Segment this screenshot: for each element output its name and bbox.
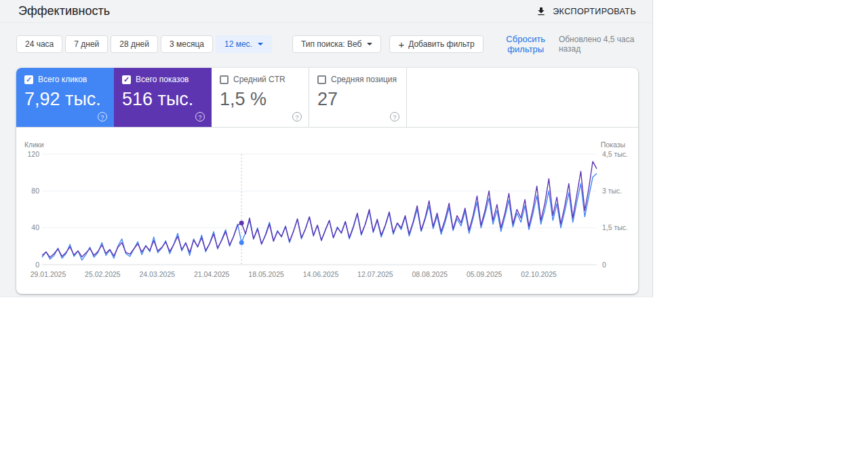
metric-label: Всего кликов bbox=[38, 75, 87, 84]
metric-value: 7,92 тыс. bbox=[24, 89, 106, 110]
add-filter-button[interactable]: + Добавить фильтр bbox=[389, 35, 483, 53]
svg-text:21.04.2025: 21.04.2025 bbox=[194, 270, 230, 278]
metric-label: Средняя позиция bbox=[331, 75, 397, 84]
svg-text:0: 0 bbox=[602, 261, 606, 269]
svg-text:80: 80 bbox=[31, 187, 39, 195]
svg-text:08.08.2025: 08.08.2025 bbox=[412, 270, 448, 278]
svg-text:1,5 тыс.: 1,5 тыс. bbox=[602, 223, 628, 231]
metric-tiles: ✓ Всего кликов 7,92 тыс. ? ✓ Всего показ… bbox=[16, 68, 638, 128]
svg-text:120: 120 bbox=[27, 150, 39, 158]
metric-tile-average-ctr[interactable]: ✓ Средний CTR 1,5 % ? bbox=[212, 68, 309, 127]
date-range-28d[interactable]: 28 дней bbox=[111, 35, 158, 53]
export-label: ЭКСПОРТИРОВАТЬ bbox=[553, 7, 636, 16]
chevron-down-icon bbox=[367, 43, 372, 45]
metric-tile-average-position[interactable]: ✓ Средняя позиция 27 ? bbox=[309, 68, 407, 127]
performance-chart[interactable]: 00401,5 тыс.803 тыс.1204,5 тыс.КликиПока… bbox=[22, 139, 633, 290]
help-icon[interactable]: ? bbox=[195, 112, 205, 121]
metric-value: 27 bbox=[317, 89, 398, 110]
svg-text:Показы: Показы bbox=[601, 140, 625, 149]
metric-tile-total-impressions[interactable]: ✓ Всего показов 516 тыс. ? bbox=[114, 68, 212, 127]
svg-text:4,5 тыс.: 4,5 тыс. bbox=[602, 150, 628, 158]
metric-value: 1,5 % bbox=[220, 89, 300, 110]
page-header: Эффективность ЭКСПОРТИРОВАТЬ bbox=[0, 0, 652, 23]
last-updated-text: Обновлено 4,5 часа назад bbox=[559, 35, 636, 54]
reset-filters-link[interactable]: Сбросить фильтры bbox=[496, 34, 556, 54]
svg-text:02.10.2025: 02.10.2025 bbox=[521, 270, 557, 278]
svg-text:24.03.2025: 24.03.2025 bbox=[140, 270, 176, 278]
chevron-down-icon bbox=[258, 43, 263, 45]
date-range-24h[interactable]: 24 часа bbox=[16, 35, 62, 53]
metric-value: 516 тыс. bbox=[122, 89, 203, 110]
svg-text:0: 0 bbox=[35, 261, 39, 269]
date-range-3m[interactable]: 3 месяца bbox=[161, 35, 213, 53]
svg-text:05.09.2025: 05.09.2025 bbox=[467, 270, 502, 278]
search-type-filter[interactable]: Тип поиска: Веб bbox=[292, 35, 381, 53]
search-console-performance-page: Эффективность ЭКСПОРТИРОВАТЬ 24 часа 7 д… bbox=[0, 0, 653, 297]
svg-text:14.06.2025: 14.06.2025 bbox=[303, 270, 339, 278]
date-range-7d[interactable]: 7 дней bbox=[65, 35, 108, 53]
metric-label: Всего показов bbox=[136, 75, 189, 84]
metric-tile-total-clicks[interactable]: ✓ Всего кликов 7,92 тыс. ? bbox=[16, 68, 114, 127]
help-icon[interactable]: ? bbox=[292, 112, 302, 121]
plus-icon: + bbox=[398, 39, 404, 50]
help-icon[interactable]: ? bbox=[98, 112, 107, 121]
svg-text:Клики: Клики bbox=[24, 140, 44, 149]
checkbox-icon[interactable]: ✓ bbox=[220, 75, 229, 84]
svg-text:29.01.2025: 29.01.2025 bbox=[31, 270, 66, 278]
filter-bar: 24 часа 7 дней 28 дней 3 месяца 12 мес. … bbox=[16, 34, 636, 54]
performance-card: ✓ Всего кликов 7,92 тыс. ? ✓ Всего показ… bbox=[16, 68, 638, 294]
download-icon bbox=[536, 6, 547, 17]
svg-text:40: 40 bbox=[31, 223, 39, 231]
metric-label: Средний CTR bbox=[233, 75, 285, 84]
svg-text:3 тыс.: 3 тыс. bbox=[602, 187, 622, 195]
checkbox-icon[interactable]: ✓ bbox=[122, 75, 131, 84]
help-icon[interactable]: ? bbox=[390, 112, 399, 121]
checkbox-icon[interactable]: ✓ bbox=[317, 75, 326, 84]
date-range-12m-selected[interactable]: 12 мес. bbox=[216, 35, 272, 53]
svg-text:25.02.2025: 25.02.2025 bbox=[85, 270, 121, 278]
export-button[interactable]: ЭКСПОРТИРОВАТЬ bbox=[536, 6, 636, 17]
svg-text:18.05.2025: 18.05.2025 bbox=[248, 270, 284, 278]
page-title: Эффективность bbox=[18, 4, 110, 18]
svg-text:12.07.2025: 12.07.2025 bbox=[357, 270, 393, 278]
checkbox-icon[interactable]: ✓ bbox=[24, 75, 33, 84]
